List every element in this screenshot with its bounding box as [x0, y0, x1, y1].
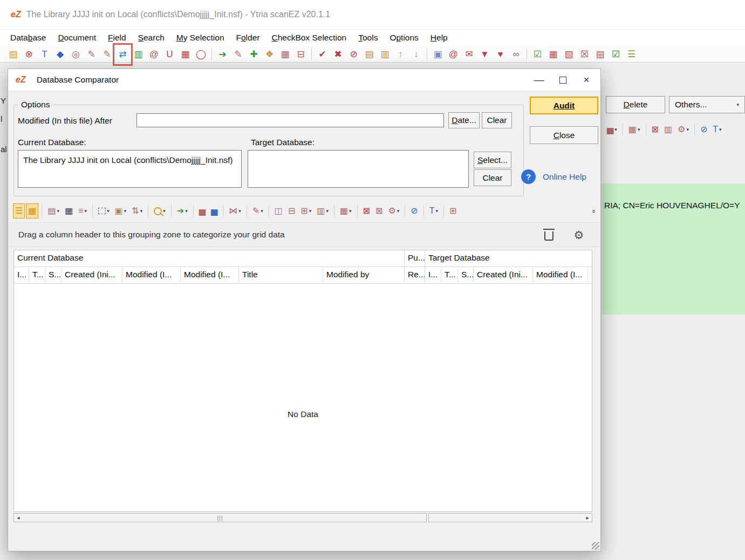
grid-tools-button[interactable]: ⚙▾ [386, 203, 401, 218]
uncheck-documents-button[interactable]: ✖ [330, 47, 346, 61]
go-to-button[interactable]: ◆ [52, 47, 68, 61]
check-documents-button[interactable]: ✔ [315, 47, 330, 61]
checkbox-document-button[interactable]: ▤ [592, 47, 608, 61]
grid-settings-button[interactable]: ⚙ [572, 228, 586, 242]
checkbox-uncheck-all-button[interactable]: ☒ [577, 47, 592, 61]
chart-button[interactable]: ▅ [197, 203, 208, 218]
delete-document-button[interactable]: ⊟ [293, 47, 309, 61]
mail-at-button[interactable]: @ [446, 47, 461, 61]
grid-group-header-target-database[interactable]: Target Database [425, 250, 592, 267]
create-document-button[interactable]: ✚ [246, 47, 262, 61]
band-columns-button[interactable]: ⊞▾ [298, 203, 313, 218]
grid-column-header-s[interactable]: S... [458, 267, 474, 283]
search-documents-button[interactable]: ◎ [68, 47, 84, 61]
grid-column-header-modified-i[interactable]: Modified (I... [122, 267, 181, 283]
copy-button[interactable]: ▣▾ [113, 203, 129, 218]
scrollbar-grip-icon[interactable]: ||| [217, 515, 223, 521]
band-grid-button[interactable]: ▥ [662, 122, 674, 137]
export-button[interactable]: ➔▾ [175, 203, 190, 218]
save-document-button[interactable]: ▼ [477, 47, 493, 61]
document-analyzer-button[interactable]: ✎ [84, 47, 99, 61]
grid-column-header-t[interactable]: T... [441, 267, 458, 283]
menu-search[interactable]: Search [132, 31, 170, 45]
menu-database[interactable]: Database [4, 31, 52, 45]
column-summary-button[interactable]: ▥▾ [315, 203, 331, 218]
clear-target-button[interactable]: Clear [474, 169, 511, 186]
grid-display-button[interactable]: ▦▾ [626, 122, 643, 137]
values-button[interactable]: ▦ [63, 203, 75, 218]
edit-document-button[interactable]: ✎ [230, 47, 246, 61]
title-options-button[interactable]: T [37, 47, 52, 61]
menu-my-selection[interactable]: My Selection [170, 31, 230, 45]
checkbox-list-button[interactable]: ☰ [624, 47, 639, 61]
delete-button[interactable]: Delete [606, 96, 665, 113]
imi-button[interactable]: ▥ [131, 47, 146, 61]
selection-rectangle-button[interactable]: ▾ [96, 203, 112, 218]
grid-column-header-title[interactable]: Title [239, 267, 323, 283]
edit-cells-button[interactable]: ✎▾ [250, 203, 265, 218]
grid-column-header-modified-i[interactable]: Modified (I... [181, 267, 239, 283]
clipboard-copy-button[interactable]: ▥ [377, 47, 393, 61]
menu-help[interactable]: Help [425, 31, 454, 45]
chart-export-button[interactable]: ▅ [209, 203, 220, 218]
grid-column-header-i[interactable]: I... [14, 267, 29, 283]
menu-options[interactable]: Options [384, 31, 424, 45]
toolbar-overflow-button[interactable]: » [591, 204, 598, 218]
menu-checkbox-selection[interactable]: CheckBox Selection [265, 31, 352, 45]
others-dropdown-button[interactable]: Others... ▾ [669, 96, 745, 113]
add-grid-button[interactable]: ⊞ [447, 203, 459, 218]
demote-selection-button[interactable]: ↓ [408, 47, 424, 61]
horizontal-scrollbar-right[interactable]: ▸ [428, 513, 592, 522]
unid-button[interactable]: U [162, 47, 177, 61]
grid-tools-button[interactable]: ⚙▾ [675, 122, 691, 137]
clear-grid-button[interactable]: ⊠ [373, 203, 385, 218]
scan-button[interactable]: ◯ [193, 47, 209, 61]
select-target-button[interactable]: Select... [474, 152, 511, 168]
row-filter-button[interactable]: ≡▾ [76, 203, 89, 218]
text-format-button[interactable]: T▾ [427, 203, 440, 218]
checkbox-grid-button[interactable]: ▦ [545, 47, 561, 61]
menu-document[interactable]: Document [52, 31, 102, 45]
scroll-left-arrow-icon[interactable]: ◂ [14, 514, 23, 522]
grid-window-button[interactable]: ▣ [430, 47, 446, 61]
checkbox-table-button[interactable]: ▧ [561, 47, 577, 61]
grid-column-header-modified-by[interactable]: Modified by [323, 267, 405, 283]
table-edit-button[interactable]: ▦ [277, 47, 293, 61]
grid-column-header-modified-i[interactable]: Modified (I... [533, 267, 588, 283]
grid-column-header-s[interactable]: S... [45, 267, 61, 283]
menu-folder[interactable]: Folder [230, 31, 266, 45]
text-format-button[interactable]: T▾ [710, 122, 723, 137]
promote-selection-button[interactable]: ↑ [393, 47, 408, 61]
resize-grip[interactable] [592, 542, 599, 550]
search-button[interactable]: ▾ [152, 203, 168, 218]
grid-column-header-created-ini[interactable]: Created (Ini... [61, 267, 122, 283]
online-help-link[interactable]: Online Help [543, 172, 586, 182]
close-button[interactable]: Close [530, 126, 598, 144]
close-database-button[interactable]: ⊗ [21, 47, 37, 61]
clear-date-button[interactable]: Clear [482, 112, 512, 128]
remove-grid-button[interactable]: ⊠ [361, 203, 372, 218]
grouping-zone[interactable]: Drag a column header to this grouping zo… [9, 222, 600, 247]
sort-button[interactable]: ⇅▾ [129, 203, 145, 218]
help-icon[interactable]: ? [521, 169, 536, 184]
maximize-button[interactable] [551, 71, 575, 88]
export-document-button[interactable]: ➔ [215, 47, 230, 61]
minimize-button[interactable]: — [527, 71, 551, 88]
grid-view-button[interactable]: ▦ [26, 203, 38, 218]
close-button-x[interactable]: × [575, 71, 598, 88]
checkbox-apply-button[interactable]: ☑ [608, 47, 624, 61]
dialog-titlebar[interactable]: eZ Database Comparator — × [8, 69, 600, 91]
exclude-documents-button[interactable]: ⊘ [346, 47, 361, 61]
freeze-columns-button[interactable]: ◫ [272, 203, 285, 218]
split-columns-button[interactable]: ⋈▾ [227, 203, 243, 218]
database-comparator-button[interactable]: ⇄ [115, 47, 131, 61]
delete-grouping-button[interactable] [542, 228, 556, 242]
grid-column-header-t[interactable]: T... [29, 267, 45, 283]
reload-button[interactable]: ⊘ [408, 203, 420, 218]
table-star-button[interactable]: ❖ [262, 47, 277, 61]
modified-after-input[interactable] [136, 113, 444, 127]
open-database-button[interactable]: ▤ [5, 47, 21, 61]
grouping-button[interactable]: ▤▾ [45, 203, 61, 218]
pivot-table-button[interactable]: ▦▾ [338, 203, 354, 218]
menu-tools[interactable]: Tools [352, 31, 384, 45]
